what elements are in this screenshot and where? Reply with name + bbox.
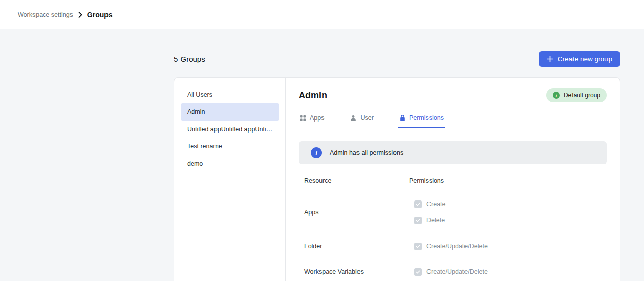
column-header-resource: Resource (299, 177, 409, 184)
resource-name: Workspace Variables (299, 268, 409, 275)
plus-icon (547, 56, 553, 62)
svg-text:i: i (315, 149, 317, 156)
default-group-badge-label: Default group (564, 92, 600, 99)
chevron-right-icon (78, 12, 82, 18)
tab-permissions[interactable]: Permissions (398, 111, 445, 128)
sidebar-item-label: demo (187, 160, 203, 167)
table-row-apps: Apps Create Delete (299, 191, 607, 233)
breadcrumb-groups: Groups (87, 11, 113, 19)
checkbox-checked-icon[interactable] (414, 268, 422, 276)
info-green-icon: i (553, 92, 560, 99)
tab-user[interactable]: User (349, 111, 375, 128)
breadcrumb-workspace-settings[interactable]: Workspace settings (18, 11, 73, 18)
checkbox-checked-icon[interactable] (414, 243, 422, 250)
create-new-group-label: Create new group (558, 55, 612, 63)
sidebar-item-label: Untitled appUntitled appUntitle… (187, 126, 273, 133)
table-row-folder: Folder Create/Update/Delete (299, 233, 607, 259)
sidebar-item-test-rename[interactable]: Test rename (181, 138, 279, 155)
sidebar-item-label: Admin (187, 108, 205, 115)
sidebar-item-all-users[interactable]: All Users (181, 86, 279, 103)
resource-name: Apps (299, 209, 409, 216)
banner-text: Admin has all permissions (330, 149, 403, 156)
permissions-info-banner: i Admin has all permissions (299, 141, 607, 164)
create-new-group-button[interactable]: Create new group (539, 51, 620, 67)
tab-user-label: User (361, 114, 374, 122)
group-detail: Admin i Default group Apps (286, 78, 620, 281)
resource-name: Folder (299, 243, 409, 250)
permission-label: Create/Update/Delete (426, 268, 488, 275)
breadcrumb: Workspace settings Groups (18, 11, 113, 19)
sidebar-item-label: All Users (187, 91, 212, 98)
group-list: All Users Admin Untitled appUntitled app… (174, 78, 286, 281)
default-group-badge: i Default group (546, 88, 607, 102)
permission-label: Create (426, 200, 446, 208)
checkbox-checked-icon[interactable] (414, 217, 422, 224)
sidebar-item-label: Test rename (187, 143, 222, 150)
lock-icon (399, 114, 406, 122)
permission-workspace-variables-cud: Create/Update/Delete (409, 264, 607, 279)
checkbox-checked-icon[interactable] (414, 200, 422, 208)
tab-bar: Apps User Permissions (299, 111, 607, 128)
table-row-workspace-variables: Workspace Variables Create/Update/Delete (299, 259, 607, 281)
sidebar-item-demo[interactable]: demo (181, 155, 279, 172)
permissions-table: Resource Permissions Apps Create (299, 164, 607, 281)
workspace-settings-groups-page: Workspace settings Groups 5 Groups Creat… (0, 0, 644, 281)
apps-grid-icon (300, 115, 306, 122)
sidebar-item-untitled-app[interactable]: Untitled appUntitled appUntitle… (181, 121, 279, 138)
tab-permissions-label: Permissions (409, 114, 444, 122)
user-icon (350, 115, 357, 122)
groups-card: All Users Admin Untitled appUntitled app… (174, 77, 620, 281)
permission-apps-create: Create (409, 196, 607, 212)
group-title: Admin (299, 90, 327, 101)
permission-label: Delete (426, 217, 445, 224)
column-header-permissions: Permissions (409, 177, 607, 184)
permission-label: Create/Update/Delete (426, 243, 488, 250)
tab-apps-label: Apps (310, 114, 325, 122)
detail-head: Admin i Default group (299, 86, 607, 104)
topbar: Workspace settings Groups (0, 0, 644, 29)
table-header-row: Resource Permissions (299, 164, 607, 191)
page-head: 5 Groups Create new group (174, 51, 620, 67)
info-icon: i (311, 147, 322, 158)
tab-apps[interactable]: Apps (299, 111, 326, 128)
sidebar-item-admin[interactable]: Admin (181, 103, 279, 121)
permission-apps-delete: Delete (409, 213, 607, 228)
groups-count-label: 5 Groups (174, 55, 205, 63)
permission-folder-cud: Create/Update/Delete (409, 238, 607, 254)
